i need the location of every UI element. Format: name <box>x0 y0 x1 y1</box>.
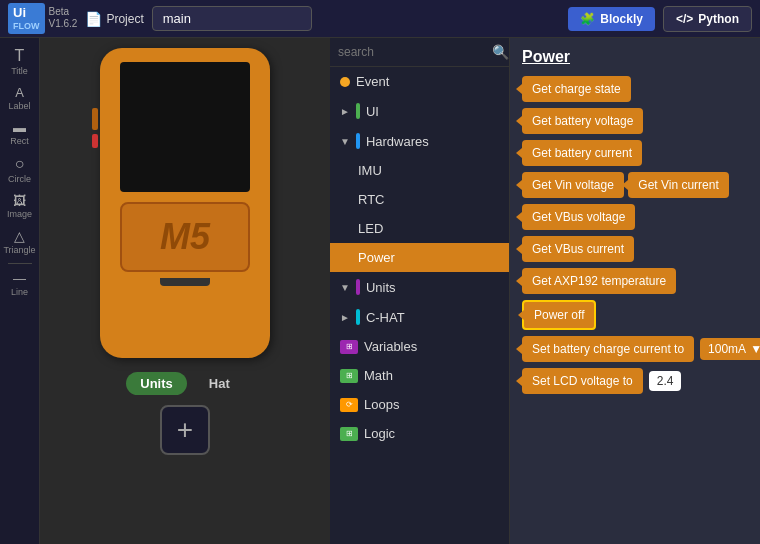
units-arrow: ▼ <box>340 282 350 293</box>
block-set-lcd-voltage[interactable]: Set LCD voltage to <box>522 368 643 394</box>
category-chat[interactable]: ► C-HAT <box>330 302 509 332</box>
math-label: Math <box>364 368 393 383</box>
block-set-battery-charge[interactable]: Set battery charge current to <box>522 336 694 362</box>
sidebar-divider <box>8 263 32 264</box>
document-icon: 📄 <box>85 11 102 27</box>
event-dot <box>340 77 350 87</box>
sidebar-item-circle[interactable]: ○ Circle <box>0 152 39 188</box>
logo-beta: Beta <box>49 6 78 18</box>
image-label: Image <box>7 209 32 219</box>
category-variables[interactable]: ⊞ Variables <box>330 332 509 361</box>
label-icon: A <box>15 86 24 99</box>
sidebar-item-triangle[interactable]: △ Triangle <box>0 225 39 259</box>
hardwares-label: Hardwares <box>366 134 429 149</box>
device-label-area: M5 <box>120 202 250 272</box>
logo-flow: FLOW <box>13 21 40 32</box>
category-hardwares[interactable]: ▼ Hardwares <box>330 126 509 156</box>
battery-charge-dropdown[interactable]: 100mA ▼ <box>700 338 760 360</box>
category-led[interactable]: LED <box>330 214 509 243</box>
hardwares-bar <box>356 133 360 149</box>
category-units[interactable]: ▼ Units <box>330 272 509 302</box>
line-icon: — <box>13 272 26 285</box>
title-icon: T <box>15 48 25 64</box>
main-content: T Title A Label ▬ Rect ○ Circle 🖼 Image … <box>0 38 760 544</box>
sidebar-item-image[interactable]: 🖼 Image <box>0 190 39 223</box>
python-button[interactable]: </> Python <box>663 6 752 32</box>
variables-label: Variables <box>364 339 417 354</box>
python-label: Python <box>698 12 739 26</box>
blocks-panel: Power Get charge state Get battery volta… <box>510 38 760 544</box>
loops-label: Loops <box>364 397 399 412</box>
category-imu[interactable]: IMU <box>330 156 509 185</box>
category-math[interactable]: ⊞ Math <box>330 361 509 390</box>
chat-bar <box>356 309 360 325</box>
device-bottom-port <box>160 278 210 286</box>
block-power-off[interactable]: Power off <box>522 300 596 330</box>
block-get-battery-current[interactable]: Get battery current <box>522 140 642 166</box>
category-logic[interactable]: ⊞ Logic <box>330 419 509 448</box>
dropdown-value: 100mA <box>708 342 746 356</box>
block-get-vin-current[interactable]: Get Vin current <box>628 172 728 198</box>
rect-label: Rect <box>10 136 29 146</box>
label-label: Label <box>8 101 30 111</box>
logo-ui: Ui <box>13 5 40 21</box>
device-m5-text: M5 <box>160 216 210 258</box>
units-tab[interactable]: Units <box>126 372 187 395</box>
category-list: Event ► UI ▼ Hardwares IMU RTC <box>330 67 509 544</box>
logo-box: Ui FLOW <box>8 3 45 33</box>
lcd-voltage-value[interactable]: 2.4 <box>649 371 682 391</box>
block-set-lcd-voltage-row: Set LCD voltage to 2.4 <box>522 368 748 394</box>
category-power[interactable]: Power <box>330 243 509 272</box>
blockly-label: Blockly <box>600 12 643 26</box>
chat-arrow: ► <box>340 312 350 323</box>
category-ui[interactable]: ► UI <box>330 96 509 126</box>
puzzle-icon: 🧩 <box>580 12 595 26</box>
topbar: Ui FLOW Beta V1.6.2 📄 Project 🧩 Blockly … <box>0 0 760 38</box>
side-button-red[interactable] <box>92 134 98 148</box>
category-event[interactable]: Event <box>330 67 509 96</box>
search-icon: 🔍 <box>492 44 509 60</box>
circle-icon: ○ <box>15 156 25 172</box>
project-label: Project <box>106 12 143 26</box>
device-area: M5 Units Hat + <box>40 38 330 544</box>
code-icon: </> <box>676 12 693 26</box>
hat-tab[interactable]: Hat <box>195 372 244 395</box>
device-left-buttons <box>92 108 98 148</box>
units-label: Units <box>366 280 396 295</box>
blocks-title: Power <box>522 48 748 66</box>
project-button[interactable]: 📄 Project <box>85 11 143 27</box>
category-loops[interactable]: ⟳ Loops <box>330 390 509 419</box>
block-get-axp192-temp[interactable]: Get AXP192 temperature <box>522 268 676 294</box>
ui-bar <box>356 103 360 119</box>
search-input[interactable] <box>338 45 488 59</box>
sidebar-item-label[interactable]: A Label <box>0 82 39 115</box>
sidebar-item-line[interactable]: — Line <box>0 268 39 301</box>
device-tabs: Units Hat <box>126 372 243 395</box>
block-get-charge-state[interactable]: Get charge state <box>522 76 631 102</box>
triangle-label: Triangle <box>3 245 35 255</box>
category-rtc[interactable]: RTC <box>330 185 509 214</box>
logo-area: Ui FLOW Beta V1.6.2 <box>8 3 77 33</box>
power-label: Power <box>358 250 395 265</box>
event-label: Event <box>356 74 389 89</box>
block-get-battery-voltage[interactable]: Get battery voltage <box>522 108 643 134</box>
imu-label: IMU <box>358 163 382 178</box>
block-get-vbus-voltage[interactable]: Get VBus voltage <box>522 204 635 230</box>
blockly-button[interactable]: 🧩 Blockly <box>568 7 655 31</box>
main-input[interactable] <box>152 6 312 31</box>
device-body: M5 <box>100 48 270 358</box>
block-get-vin-voltage[interactable]: Get Vin voltage <box>522 172 624 198</box>
sidebar-item-title[interactable]: T Title <box>0 44 39 80</box>
units-bar <box>356 279 360 295</box>
chat-label: C-HAT <box>366 310 405 325</box>
rect-icon: ▬ <box>13 121 26 134</box>
block-get-vbus-current[interactable]: Get VBus current <box>522 236 634 262</box>
rtc-label: RTC <box>358 192 384 207</box>
hardwares-arrow: ▼ <box>340 136 350 147</box>
sidebar-item-rect[interactable]: ▬ Rect <box>0 117 39 150</box>
block-panel: 🔍 Event ► UI ▼ Hardwares IMU <box>330 38 510 544</box>
add-button[interactable]: + <box>160 405 210 455</box>
device-screen <box>120 62 250 192</box>
side-button-1[interactable] <box>92 108 98 130</box>
logic-label: Logic <box>364 426 395 441</box>
